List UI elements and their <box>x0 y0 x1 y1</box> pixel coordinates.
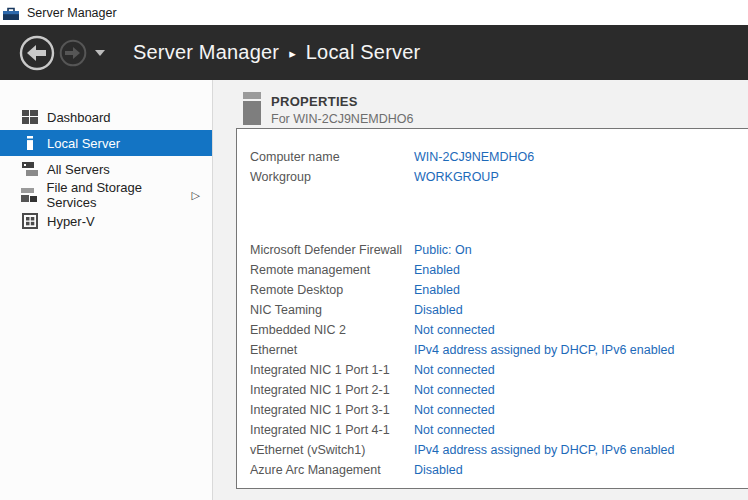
file-storage-services-icon <box>21 187 38 203</box>
property-label: Integrated NIC 1 Port 4-1 <box>250 423 414 437</box>
property-label: Workgroup <box>250 170 414 184</box>
property-group-gap <box>250 187 748 240</box>
property-label: Microsoft Defender Firewall <box>250 243 414 257</box>
server-tower-icon <box>243 92 261 125</box>
server-manager-app-icon <box>2 5 20 21</box>
property-label: Embedded NIC 2 <box>250 323 414 337</box>
all-servers-icon <box>21 161 38 177</box>
property-row: Integrated NIC 1 Port 2-1 Not connected <box>250 380 748 400</box>
sidebar-item-label: Local Server <box>47 136 120 151</box>
property-value-link[interactable]: Public: On <box>414 243 472 257</box>
sidebar-item-label: File and Storage Services <box>47 180 192 210</box>
sidebar-item-dashboard[interactable]: Dashboard <box>0 104 212 130</box>
property-value-link[interactable]: Not connected <box>414 323 495 337</box>
sidebar-item-label: Dashboard <box>47 110 111 125</box>
property-label: NIC Teaming <box>250 303 414 317</box>
property-row: Remote Desktop Enabled <box>250 280 748 300</box>
property-label: Integrated NIC 1 Port 1-1 <box>250 363 414 377</box>
sidebar-item-local-server[interactable]: Local Server <box>0 130 212 156</box>
property-row: vEthernet (vSwitch1) IPv4 address assign… <box>250 440 748 460</box>
property-value-link[interactable]: Not connected <box>414 403 495 417</box>
property-row: Azure Arc Management Disabled <box>250 460 748 480</box>
property-label: Integrated NIC 1 Port 3-1 <box>250 403 414 417</box>
window-title: Server Manager <box>27 6 117 20</box>
property-row: Computer name WIN-2CJ9NEMDHO6 <box>250 147 748 167</box>
window-titlebar: Server Manager <box>0 0 748 25</box>
history-dropdown-caret[interactable] <box>95 50 105 56</box>
breadcrumb-separator-icon: ▸ <box>289 47 296 60</box>
properties-tile-header: PROPERTIES For WIN-2CJ9NEMDHO6 <box>213 80 748 128</box>
property-label: vEthernet (vSwitch1) <box>250 443 414 457</box>
hyper-v-icon <box>21 213 38 229</box>
sidebar-item-all-servers[interactable]: All Servers <box>0 156 212 182</box>
property-row: Integrated NIC 1 Port 1-1 Not connected <box>250 360 748 380</box>
breadcrumb-root[interactable]: Server Manager <box>133 41 279 64</box>
forward-button[interactable] <box>59 39 87 67</box>
property-value-link[interactable]: IPv4 address assigned by DHCP, IPv6 enab… <box>414 343 674 357</box>
property-label: Integrated NIC 1 Port 2-1 <box>250 383 414 397</box>
properties-title: PROPERTIES <box>271 92 413 109</box>
sidebar-item-label: All Servers <box>47 162 110 177</box>
navigation-bar: Server Manager ▸ Local Server <box>0 25 748 80</box>
property-row: Ethernet IPv4 address assigned by DHCP, … <box>250 340 748 360</box>
main-panel: PROPERTIES For WIN-2CJ9NEMDHO6 Computer … <box>213 80 748 500</box>
property-row: Integrated NIC 1 Port 3-1 Not connected <box>250 400 748 420</box>
property-row: Embedded NIC 2 Not connected <box>250 320 748 340</box>
property-value-link[interactable]: IPv4 address assigned by DHCP, IPv6 enab… <box>414 443 674 457</box>
property-label: Azure Arc Management <box>250 463 414 477</box>
sidebar-item-label: Hyper-V <box>47 214 95 229</box>
property-value-link[interactable]: Not connected <box>414 423 495 437</box>
server-manager-window: Server Manager Server Manager ▸ Local Se… <box>0 0 748 500</box>
property-row: Workgroup WORKGROUP <box>250 167 748 187</box>
property-label: Computer name <box>250 150 414 164</box>
property-label: Remote Desktop <box>250 283 414 297</box>
window-body: Dashboard Local Server <box>0 80 748 500</box>
dashboard-icon <box>21 109 38 125</box>
property-value-link[interactable]: WORKGROUP <box>414 170 499 184</box>
property-label: Ethernet <box>250 343 414 357</box>
back-button[interactable] <box>19 35 55 71</box>
property-value-link[interactable]: WIN-2CJ9NEMDHO6 <box>414 150 534 164</box>
sidebar-item-file-storage-services[interactable]: File and Storage Services ▷ <box>0 182 212 208</box>
properties-subtitle: For WIN-2CJ9NEMDHO6 <box>271 112 413 126</box>
property-value-link[interactable]: Enabled <box>414 263 460 277</box>
property-row: Remote management Enabled <box>250 260 748 280</box>
property-value-link[interactable]: Enabled <box>414 283 460 297</box>
property-value-link[interactable]: Not connected <box>414 363 495 377</box>
local-server-icon <box>21 135 38 151</box>
sidebar-item-hyper-v[interactable]: Hyper-V <box>0 208 212 234</box>
property-value-link[interactable]: Disabled <box>414 303 463 317</box>
property-row: Integrated NIC 1 Port 4-1 Not connected <box>250 420 748 440</box>
property-value-link[interactable]: Disabled <box>414 463 463 477</box>
sidebar: Dashboard Local Server <box>0 80 213 500</box>
expand-arrow-icon[interactable]: ▷ <box>192 189 200 202</box>
properties-box: Computer name WIN-2CJ9NEMDHO6 Workgroup … <box>236 128 748 489</box>
property-row: NIC Teaming Disabled <box>250 300 748 320</box>
breadcrumb: Server Manager ▸ Local Server <box>133 41 420 64</box>
property-label: Remote management <box>250 263 414 277</box>
property-row: Microsoft Defender Firewall Public: On <box>250 240 748 260</box>
property-value-link[interactable]: Not connected <box>414 383 495 397</box>
breadcrumb-current[interactable]: Local Server <box>306 41 421 64</box>
